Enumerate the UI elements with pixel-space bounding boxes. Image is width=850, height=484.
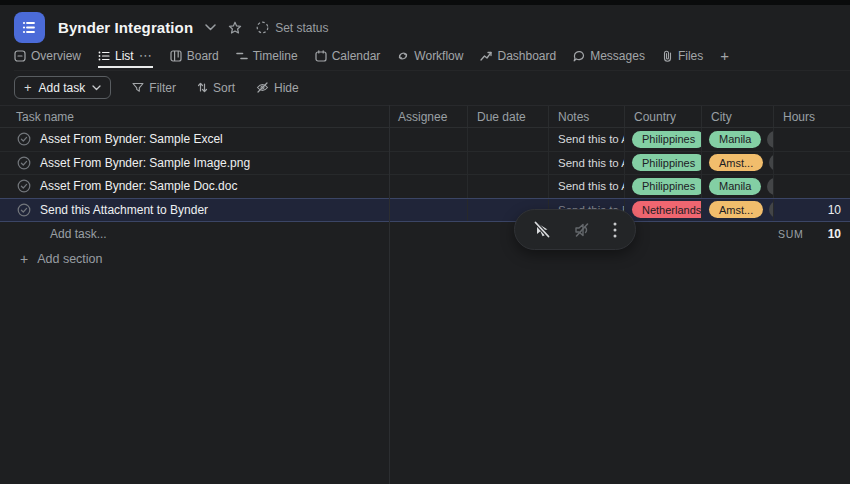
tab-label: Overview xyxy=(31,49,81,63)
tab-label: Workflow xyxy=(414,49,463,63)
country-cell[interactable]: Philippines xyxy=(624,128,701,151)
filter-label: Filter xyxy=(149,81,176,95)
due-date-cell[interactable] xyxy=(467,128,548,151)
city-cell[interactable]: Amst... +2 xyxy=(701,199,773,222)
task-name-cell[interactable]: Asset From Bynder: Sample Doc.doc xyxy=(0,175,389,198)
add-tab-plus-icon[interactable]: + xyxy=(720,49,729,63)
column-header-assignee[interactable]: Assignee xyxy=(389,106,467,127)
notes-text: Send this to Asa... xyxy=(558,180,624,192)
project-title[interactable]: Bynder Integration xyxy=(58,19,193,36)
column-header-notes[interactable]: Notes xyxy=(548,106,624,127)
notes-cell[interactable]: Send this to Asa... xyxy=(548,128,624,151)
task-column-divider xyxy=(389,105,390,484)
tab-workflow[interactable]: Workflow xyxy=(397,49,463,68)
column-header-task-name[interactable]: Task name xyxy=(0,106,389,127)
tab-label: Messages xyxy=(590,49,645,63)
task-complete-check-icon[interactable] xyxy=(17,203,31,217)
tab-board[interactable]: Board xyxy=(170,49,219,68)
hours-cell[interactable] xyxy=(773,152,850,175)
add-section-label: Add section xyxy=(37,252,102,266)
plus-icon: + xyxy=(24,82,32,94)
table-row[interactable]: Send this Attachment to Bynder Send this… xyxy=(0,199,850,223)
tab-label: List xyxy=(115,49,134,63)
tab-list-more-icon[interactable]: ⋯ xyxy=(139,51,153,61)
hours-value: 10 xyxy=(828,203,841,217)
column-header-country[interactable]: Country xyxy=(624,106,701,127)
country-pill[interactable]: Philippines xyxy=(632,154,701,171)
add-task-row: Add task... SUM 10 xyxy=(0,222,850,246)
notes-cell[interactable]: Send this to Asa... xyxy=(548,152,624,175)
more-options-button[interactable] xyxy=(612,220,618,240)
hours-cell[interactable]: 10 xyxy=(773,199,850,222)
assignee-cell[interactable] xyxy=(389,128,467,151)
tab-label: Board xyxy=(187,49,219,63)
assignee-cell[interactable] xyxy=(389,152,467,175)
due-date-cell[interactable] xyxy=(467,175,548,198)
plus-icon: + xyxy=(20,253,28,265)
column-header-due-date[interactable]: Due date xyxy=(467,106,548,127)
table-row[interactable]: Asset From Bynder: Sample Image.png Send… xyxy=(0,152,850,176)
task-name-cell[interactable]: Asset From Bynder: Sample Image.png xyxy=(0,152,389,175)
assignee-cell[interactable] xyxy=(389,175,467,198)
hours-cell[interactable] xyxy=(773,175,850,198)
table-row[interactable]: Asset From Bynder: Sample Doc.doc Send t… xyxy=(0,175,850,199)
assignee-cell[interactable] xyxy=(389,199,467,222)
project-icon[interactable] xyxy=(14,12,45,43)
tab-files[interactable]: Files xyxy=(662,49,703,68)
task-complete-check-icon[interactable] xyxy=(17,156,31,170)
messages-icon xyxy=(573,50,585,62)
task-name-cell[interactable]: Asset From Bynder: Sample Excel xyxy=(0,128,389,151)
task-name-cell[interactable]: Send this Attachment to Bynder xyxy=(0,199,389,222)
tab-calendar[interactable]: Calendar xyxy=(315,49,381,68)
set-status-button[interactable]: Set status xyxy=(256,21,328,35)
city-pill[interactable]: Manila xyxy=(709,131,761,148)
column-header-city[interactable]: City xyxy=(701,106,773,127)
status-dashed-circle-icon xyxy=(256,21,269,34)
tab-list[interactable]: List ⋯ xyxy=(98,49,153,68)
country-pill[interactable]: Netherlands xyxy=(632,201,701,218)
city-pill[interactable]: Manila xyxy=(709,178,761,195)
city-cell[interactable]: Amst... +2 xyxy=(701,152,773,175)
tab-timeline[interactable]: Timeline xyxy=(236,49,298,68)
tab-label: Files xyxy=(678,49,703,63)
task-name-label: Asset From Bynder: Sample Image.png xyxy=(40,156,250,170)
table-row[interactable]: Asset From Bynder: Sample Excel Send thi… xyxy=(0,128,850,152)
task-name-label: Asset From Bynder: Sample Excel xyxy=(40,132,223,146)
list-icon xyxy=(98,50,110,62)
city-cell[interactable]: Manila +2 xyxy=(701,175,773,198)
country-pill[interactable]: Philippines xyxy=(632,131,701,148)
table-body: Asset From Bynder: Sample Excel Send thi… xyxy=(0,128,850,222)
hours-sum-control[interactable]: SUM 10 xyxy=(773,222,850,246)
column-header-hours[interactable]: Hours xyxy=(773,106,850,127)
table-header-row: Task name Assignee Due date Notes Countr… xyxy=(0,105,850,128)
country-cell[interactable]: Netherlands xyxy=(624,199,701,222)
overview-icon xyxy=(14,50,26,62)
country-cell[interactable]: Philippines xyxy=(624,175,701,198)
city-pill[interactable]: Amst... xyxy=(709,154,763,171)
notes-cell[interactable]: Send this to Asa... xyxy=(548,175,624,198)
country-pill[interactable]: Philippines xyxy=(632,178,701,195)
hide-label: Hide xyxy=(274,81,299,95)
favorite-star-icon[interactable] xyxy=(228,21,242,35)
tab-messages[interactable]: Messages xyxy=(573,49,645,68)
due-date-cell[interactable] xyxy=(467,152,548,175)
city-cell[interactable]: Manila +2 xyxy=(701,128,773,151)
audio-muted-button[interactable] xyxy=(572,220,592,240)
sort-button[interactable]: Sort xyxy=(197,81,235,95)
city-pill[interactable]: Amst... xyxy=(709,201,763,218)
country-cell[interactable]: Philippines xyxy=(624,152,701,175)
inline-add-task[interactable]: Add task... xyxy=(50,227,107,241)
hide-button[interactable]: Hide xyxy=(256,81,299,95)
add-section-button[interactable]: + Add section xyxy=(20,252,103,266)
task-complete-check-icon[interactable] xyxy=(17,132,31,146)
hours-cell[interactable] xyxy=(773,128,850,151)
add-task-button[interactable]: + Add task xyxy=(14,76,111,99)
window-top-edge xyxy=(0,0,850,5)
calendar-icon xyxy=(315,50,327,62)
project-menu-chevron-down-icon[interactable] xyxy=(205,24,216,31)
task-complete-check-icon[interactable] xyxy=(17,179,31,193)
tab-overview[interactable]: Overview xyxy=(14,49,81,68)
filter-button[interactable]: Filter xyxy=(132,81,176,95)
pointer-off-button[interactable] xyxy=(532,220,552,240)
tab-dashboard[interactable]: Dashboard xyxy=(480,49,556,68)
